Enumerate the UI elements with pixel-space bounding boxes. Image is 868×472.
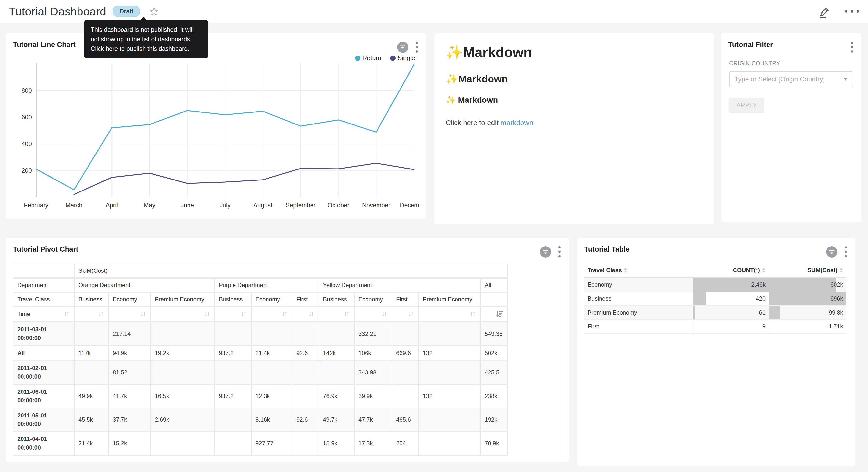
filter-card-menu-icon[interactable] <box>850 40 854 54</box>
x-tick-label: April <box>105 202 118 209</box>
table-card-menu-icon[interactable] <box>844 245 848 258</box>
pivot-cell <box>251 322 292 346</box>
pivot-cell: 142k <box>319 346 354 361</box>
sort-icon[interactable] <box>281 311 288 318</box>
pivot-chart-title: Tutorial Pivot Chart <box>13 245 78 254</box>
pivot-row: All117k94.9k19.2k937.221.4k92.6142k106k6… <box>13 346 507 361</box>
sum-cost-cell: 99.8k <box>769 306 846 320</box>
pivot-chart-menu-icon[interactable] <box>557 245 562 258</box>
pivot-cell <box>392 361 418 384</box>
pivot-cell: 425.5 <box>480 361 507 384</box>
pivot-cell: 92.6 <box>292 408 319 432</box>
x-tick-label: February <box>24 202 49 209</box>
filter-card-title: Tutorial Filter <box>728 40 773 49</box>
sort-icon[interactable] <box>98 311 104 318</box>
column-sort-caret-icon[interactable] <box>839 267 843 273</box>
sort-descending-icon[interactable] <box>495 311 503 318</box>
count-bar <box>693 292 706 305</box>
pivot-cell <box>215 322 251 346</box>
pivot-cell: 70.9k <box>480 432 507 455</box>
table-column-header[interactable]: Travel Class <box>584 264 693 277</box>
table-applied-filters-icon[interactable] <box>826 246 837 258</box>
series-line-single[interactable] <box>74 163 414 195</box>
pivot-cell: 117k <box>74 346 108 361</box>
pivot-leaf-row: Travel ClassBusinessEconomyPremium Econo… <box>13 292 507 306</box>
sort-icon[interactable] <box>63 311 70 318</box>
pivot-column-header: Premium Economy <box>151 292 215 306</box>
sort-icon[interactable] <box>204 311 211 318</box>
header-more-icon[interactable] <box>845 10 859 13</box>
pivot-cell: 2.69k <box>151 408 215 432</box>
pivot-cell: 332.21 <box>354 322 392 346</box>
line-chart-menu-icon[interactable] <box>415 40 419 54</box>
pivot-row: 2011-04-0100:00:0021.4k15.2k927.7715.9k1… <box>13 432 507 455</box>
origin-country-label: ORIGIN COUNTRY <box>729 60 853 67</box>
pivot-sort-row: Time <box>13 306 507 322</box>
sum-cost-bar <box>769 278 836 292</box>
pivot-cell: 39.9k <box>354 384 392 408</box>
x-tick-label: May <box>144 202 156 209</box>
sort-icon[interactable] <box>140 311 147 318</box>
line-chart[interactable]: 200400600800FebruaryMarchAprilMayJuneJul… <box>13 55 419 218</box>
sort-icon[interactable] <box>469 311 476 318</box>
pivot-cell: 8.16k <box>251 408 292 432</box>
page-title: Tutorial Dashboard <box>9 5 106 18</box>
x-tick-label: November <box>362 202 390 209</box>
apply-button[interactable]: APPLY <box>729 97 764 113</box>
markdown-edit-link[interactable]: markdown <box>500 119 533 127</box>
pivot-cell <box>392 322 418 346</box>
pivot-applied-filters-icon[interactable] <box>540 246 551 258</box>
legend-dot <box>355 56 361 61</box>
sort-icon[interactable] <box>381 311 388 318</box>
x-tick-label: July <box>220 202 230 209</box>
origin-country-select[interactable]: Type or Select [Origin Country] <box>729 71 853 87</box>
pivot-column-header: Economy <box>251 292 292 306</box>
sort-icon[interactable] <box>308 311 315 318</box>
y-tick-label: 800 <box>22 87 32 94</box>
pivot-cell: 41.7k <box>108 384 151 408</box>
pivot-row-header: 2011-06-0100:00:00 <box>13 384 74 408</box>
pivot-row-dim-label: Department <box>13 278 74 292</box>
tutorial-table: Travel Class COUNT(*) SUM(Cost) Economy2… <box>584 264 846 334</box>
pivot-cell: 12.3k <box>251 384 292 408</box>
pivot-cell <box>292 432 319 455</box>
x-tick-label: June <box>181 202 194 209</box>
draft-badge[interactable]: Draft <box>113 6 140 17</box>
table-card-title: Tutorial Table <box>584 245 630 254</box>
travel-class-cell: Premium Economy <box>584 306 693 320</box>
sort-icon[interactable] <box>408 311 414 318</box>
markdown-paragraph: Click here to edit markdown <box>446 119 703 127</box>
origin-country-placeholder: Type or Select [Origin Country] <box>735 76 841 83</box>
pivot-cell: 192k <box>480 408 507 432</box>
applied-filters-icon[interactable] <box>397 41 408 53</box>
table-column-header[interactable]: COUNT(*) <box>693 264 769 277</box>
sort-icon[interactable] <box>343 311 350 318</box>
sum-cost-bar <box>769 306 780 319</box>
sum-cost-cell: 696k <box>769 292 846 306</box>
markdown-card[interactable]: ✨Markdown ✨Markdown ✨ Markdown Click her… <box>434 33 714 224</box>
markdown-h2: ✨Markdown <box>446 73 703 85</box>
x-tick-label: September <box>286 202 315 209</box>
column-sort-caret-icon[interactable] <box>762 267 766 273</box>
pivot-cell: 17.3k <box>354 432 392 455</box>
table-column-header[interactable]: SUM(Cost) <box>769 264 846 277</box>
pivot-cell: 238k <box>480 384 507 408</box>
pivot-cell: 16.5k <box>151 384 215 408</box>
pivot-column-header: First <box>392 292 418 306</box>
pivot-cell <box>319 322 354 346</box>
legend-item-return[interactable]: Return <box>355 54 381 62</box>
filter-card: Tutorial Filter ORIGIN COUNTRY Type or S… <box>721 33 861 222</box>
sort-icon[interactable] <box>240 311 247 318</box>
pivot-cell: 132 <box>418 384 480 408</box>
pivot-column-header: Business <box>319 292 354 306</box>
favorite-star-icon[interactable] <box>149 6 159 17</box>
column-sort-caret-icon[interactable] <box>624 267 627 273</box>
pivot-column-header: Premium Economy <box>418 292 480 306</box>
pivot-cell <box>292 322 319 346</box>
pivot-column-header: Economy <box>108 292 151 306</box>
edit-dashboard-icon[interactable] <box>818 5 831 18</box>
pivot-row-header: 2011-04-0100:00:00 <box>13 432 74 455</box>
table-row: Premium Economy6199.8k <box>584 306 846 320</box>
legend-item-single[interactable]: Single <box>390 54 415 62</box>
line-chart-card: Tutorial Line Chart ReturnSingle 2004006… <box>6 33 426 218</box>
